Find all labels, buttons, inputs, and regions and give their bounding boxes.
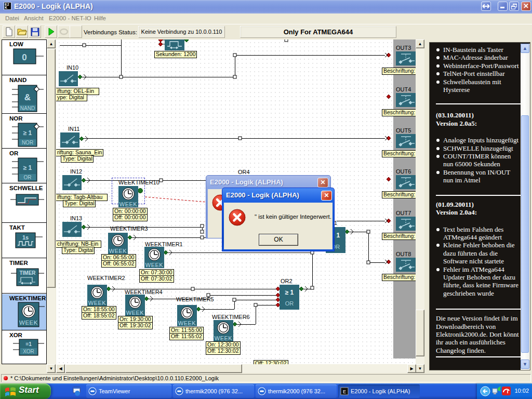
svg-text:=1: =1 xyxy=(25,341,32,347)
svg-text:0: 0 xyxy=(22,52,26,62)
svg-text:NAND: NAND xyxy=(20,105,35,111)
svg-text:E: E xyxy=(343,389,346,394)
svg-text:≥ 1: ≥ 1 xyxy=(23,129,32,137)
svg-text:≥ 1: ≥ 1 xyxy=(23,164,32,171)
svg-text:OR: OR xyxy=(24,175,32,180)
svg-text:NOR: NOR xyxy=(22,140,33,145)
svg-text:1s: 1s xyxy=(22,234,29,241)
svg-text:TIMER: TIMER xyxy=(19,270,36,276)
svg-text:WEEK: WEEK xyxy=(19,320,38,326)
svg-text:XOR: XOR xyxy=(23,349,34,354)
svg-text:&: & xyxy=(24,92,31,102)
